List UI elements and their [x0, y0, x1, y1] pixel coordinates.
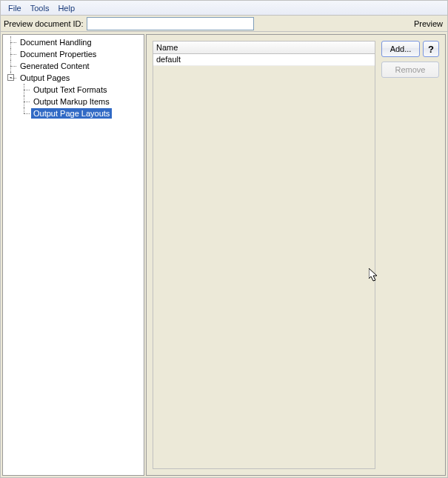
navigation-tree[interactable]: Document Handling Document Properties Ge… — [2, 34, 144, 476]
tree-connector: - — [4, 72, 18, 84]
tree-item-output-pages[interactable]: Output Pages — [18, 73, 72, 83]
add-button[interactable]: Add... — [381, 41, 420, 57]
content-panel: Name default Add... ? Remove — [146, 34, 446, 476]
main-body: Document Handling Document Properties Ge… — [1, 33, 447, 477]
tree-item-document-handling[interactable]: Document Handling — [18, 37, 94, 47]
column-header-name[interactable]: Name — [153, 41, 375, 54]
list-item[interactable]: default — [153, 54, 375, 66]
tree-item-output-markup-items[interactable]: Output Markup Items — [31, 96, 112, 107]
toolbar: Preview document ID: Preview — [1, 16, 447, 32]
button-column: Add... ? Remove — [381, 41, 439, 469]
remove-button: Remove — [381, 62, 439, 78]
menubar: File Tools Help — [1, 1, 447, 16]
tree-connector — [4, 48, 18, 60]
tree-item-generated-content[interactable]: Generated Content — [18, 61, 92, 71]
menu-tools[interactable]: Tools — [26, 2, 54, 14]
layouts-list: Name default — [153, 41, 375, 469]
application-window: File Tools Help Preview document ID: Pre… — [0, 0, 448, 478]
tree-connector — [18, 84, 31, 96]
help-button[interactable]: ? — [423, 41, 439, 57]
tree-item-output-page-layouts[interactable]: Output Page Layouts — [31, 108, 112, 119]
preview-id-input[interactable] — [87, 17, 254, 30]
menu-help[interactable]: Help — [53, 2, 79, 14]
tree-item-document-properties[interactable]: Document Properties — [18, 49, 98, 59]
menu-file[interactable]: File — [4, 2, 26, 14]
tree-connector — [4, 60, 18, 72]
list-body[interactable]: default — [153, 54, 375, 469]
preview-button[interactable]: Preview — [414, 19, 444, 28]
tree-connector — [18, 107, 31, 119]
tree-connector — [18, 96, 31, 107]
tree-connector — [4, 36, 18, 48]
tree-item-output-text-formats[interactable]: Output Text Formats — [31, 84, 109, 95]
expander-minus-icon[interactable]: - — [7, 74, 14, 81]
preview-id-label: Preview document ID: — [4, 19, 85, 28]
